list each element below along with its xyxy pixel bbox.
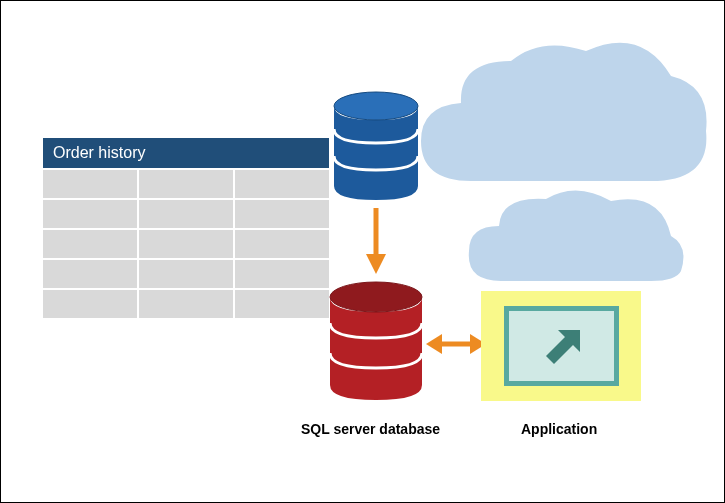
- table-cell: [139, 200, 235, 228]
- svg-marker-3: [366, 254, 386, 274]
- table-row: [43, 198, 329, 228]
- table-cell: [235, 260, 329, 288]
- order-history-table: Order history: [41, 136, 331, 320]
- table-header: Order history: [43, 138, 329, 168]
- diagram-canvas: Order history: [1, 1, 724, 502]
- cloud-database-icon: [331, 91, 421, 201]
- table-row: [43, 168, 329, 198]
- application-icon: [504, 306, 619, 386]
- table-cell: [139, 260, 235, 288]
- table-cell: [139, 230, 235, 258]
- table-cell: [235, 170, 329, 198]
- table-cell: [139, 290, 235, 318]
- application-label: Application: [521, 421, 597, 437]
- table-cell: [235, 290, 329, 318]
- table-cell: [43, 260, 139, 288]
- table-cell: [235, 200, 329, 228]
- table-row: [43, 288, 329, 318]
- arrow-upright-icon: [534, 324, 589, 369]
- table-row: [43, 228, 329, 258]
- sql-database-icon: [326, 281, 426, 401]
- table-cell: [139, 170, 235, 198]
- table-cell: [235, 230, 329, 258]
- table-row: [43, 258, 329, 288]
- table-body: [43, 168, 329, 318]
- arrow-down-icon: [363, 206, 389, 276]
- sql-server-label: SQL server database: [301, 421, 440, 437]
- table-cell: [43, 170, 139, 198]
- table-cell: [43, 230, 139, 258]
- table-cell: [43, 200, 139, 228]
- svg-marker-6: [426, 334, 442, 354]
- cloud-icon: [461, 181, 691, 301]
- application-highlight: [481, 291, 641, 401]
- table-cell: [43, 290, 139, 318]
- arrow-bidirectional-icon: [426, 331, 486, 357]
- svg-marker-9: [546, 330, 580, 364]
